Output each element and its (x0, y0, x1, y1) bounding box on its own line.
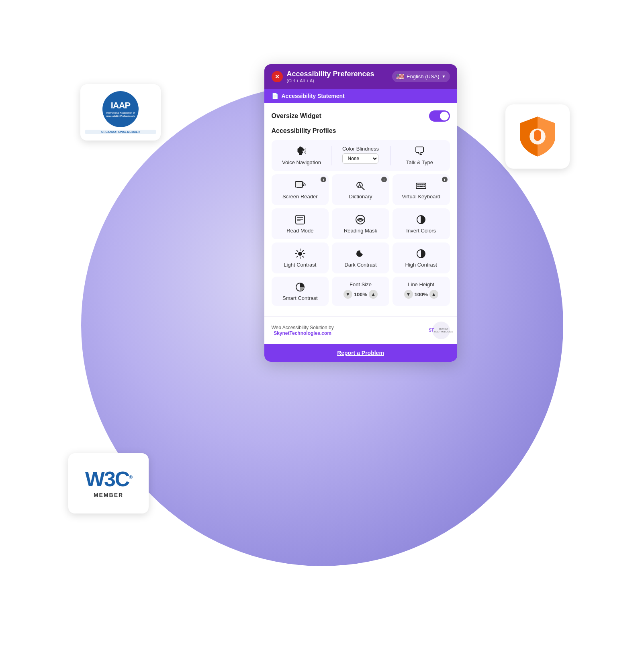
font-size-decrease-btn[interactable]: ▼ (343, 290, 352, 299)
close-button[interactable]: ✕ (272, 71, 283, 82)
color-blindness-select[interactable]: None Protanopia Deuteranopia Tritanopia (342, 153, 378, 164)
shield-icon (515, 114, 560, 159)
w3c-logo: W3C® (85, 469, 132, 489)
widget-shortcut: (Ctrl + Alt + A) (287, 78, 374, 83)
screen-reader-icon (294, 180, 306, 191)
voice-navigation-label: Voice Navigation (282, 159, 321, 165)
statement-label: Accessibility Statement (282, 93, 345, 99)
virtual-keyboard-label: Virtual Keyboard (402, 194, 440, 200)
smart-contrast-label: Smart Contrast (282, 295, 317, 301)
svg-line-29 (296, 251, 298, 252)
svg-line-31 (303, 251, 304, 252)
svg-line-30 (303, 256, 304, 257)
flag-icon: 🇺🇸 (396, 73, 404, 80)
color-blindness-wrap: Color Blindness None Protanopia Deuteran… (342, 146, 379, 164)
talk-and-type-icon: 🗨 (414, 146, 425, 157)
dark-contrast-icon (355, 248, 366, 259)
line-height-increase-btn[interactable]: ▲ (429, 290, 438, 299)
screen-reader-item[interactable]: i Screen Reader (272, 174, 329, 205)
reading-mask-label: Reading Mask (344, 228, 377, 234)
dictionary-item[interactable]: i A Dictionary (332, 174, 389, 205)
svg-line-7 (362, 187, 364, 190)
read-mode-label: Read Mode (286, 228, 313, 234)
dictionary-icon: A (355, 180, 366, 191)
font-size-item: Font Size ▼ 100% ▲ (332, 277, 389, 306)
svg-line-32 (296, 256, 298, 257)
voice-navigation-icon: 🗣 (296, 146, 307, 157)
iaap-org-label: ORGANIZATIONAL MEMBER (85, 130, 156, 134)
dark-contrast-label: Dark Contrast (344, 262, 376, 268)
svg-rect-16 (423, 186, 425, 187)
dark-contrast-item[interactable]: Dark Contrast (332, 242, 389, 273)
top-feature-row: 🗣 Voice Navigation Color Blindness None … (272, 140, 450, 171)
color-blindness-label: Color Blindness (342, 146, 379, 152)
dictionary-label: Dictionary (349, 194, 372, 200)
invert-colors-item[interactable]: Invert Colors (393, 208, 450, 239)
header-title: Accessibility Preferences (Ctrl + Alt + … (287, 70, 374, 83)
reading-mask-icon (355, 214, 366, 225)
svg-rect-11 (419, 184, 421, 185)
voice-navigation-cell[interactable]: 🗣 Voice Navigation (276, 146, 328, 165)
footer-brand: SkynetTechnologies.com (272, 330, 334, 336)
report-problem-button[interactable]: Report a Problem (264, 344, 457, 362)
accessibility-statement-bar[interactable]: 📄 Accessibility Statement (264, 89, 457, 103)
widget-title: Accessibility Preferences (287, 70, 374, 78)
reading-mask-item[interactable]: Reading Mask (332, 208, 389, 239)
svg-text:A: A (358, 183, 361, 187)
svg-rect-17 (296, 215, 305, 224)
widget-body: Oversize Widget Accessibility Profiles 🗣… (264, 103, 457, 316)
dictionary-info-badge: i (381, 177, 387, 182)
oversize-toggle[interactable] (429, 110, 450, 122)
svg-rect-15 (419, 186, 423, 187)
light-contrast-icon (294, 248, 306, 259)
accessibility-profiles-label: Accessibility Profiles (272, 127, 450, 134)
svg-rect-2 (296, 182, 302, 186)
read-mode-icon (294, 214, 306, 225)
oversize-label: Oversize Widget (272, 112, 321, 120)
svg-rect-10 (417, 184, 419, 185)
footer-text: Web Accessibility Solution by SkynetTech… (272, 325, 334, 336)
svg-rect-12 (421, 184, 423, 185)
line-height-decrease-btn[interactable]: ▼ (404, 290, 413, 299)
light-contrast-item[interactable]: Light Contrast (272, 242, 329, 273)
chevron-down-icon: ▼ (442, 74, 446, 79)
svg-rect-13 (423, 184, 425, 185)
screen-reader-info-badge: i (321, 177, 326, 182)
footer-text-line1: Web Accessibility Solution by (272, 325, 334, 330)
font-size-controls: ▼ 100% ▲ (343, 290, 378, 299)
invert-colors-icon (415, 214, 427, 225)
line-height-label: Line Height (408, 281, 434, 287)
virtual-keyboard-icon (415, 180, 427, 191)
high-contrast-item[interactable]: High Contrast (393, 242, 450, 273)
statement-icon: 📄 (272, 93, 278, 99)
font-size-increase-btn[interactable]: ▲ (369, 290, 378, 299)
iaap-logo-text: IAAP (111, 100, 131, 111)
svg-rect-14 (417, 186, 419, 187)
read-mode-item[interactable]: Read Mode (272, 208, 329, 239)
iaap-badge: IAAP International Association of Access… (80, 84, 161, 141)
features-grid: i Screen Reader i (272, 174, 450, 273)
svg-point-5 (303, 185, 304, 186)
high-contrast-label: High Contrast (405, 262, 437, 268)
light-contrast-label: Light Contrast (284, 262, 316, 268)
widget-header: ✕ Accessibility Preferences (Ctrl + Alt … (264, 64, 457, 89)
screen-reader-label: Screen Reader (282, 194, 317, 200)
smart-contrast-item[interactable]: Smart Contrast (272, 277, 329, 306)
bottom-row: Smart Contrast Font Size ▼ 100% ▲ Line H… (272, 277, 450, 306)
high-contrast-icon (415, 248, 427, 259)
line-height-item: Line Height ▼ 100% ▲ (393, 277, 450, 306)
font-size-label: Font Size (350, 281, 372, 287)
color-blindness-cell: Color Blindness None Protanopia Deuteran… (331, 146, 390, 165)
skynet-shield-badge (505, 104, 570, 169)
virtual-keyboard-info-badge: i (442, 177, 448, 182)
w3c-member-label: MEMBER (94, 492, 123, 498)
page-wrapper: IAAP International Association of Access… (0, 0, 644, 650)
accessibility-widget: ✕ Accessibility Preferences (Ctrl + Alt … (264, 64, 457, 362)
header-left: ✕ Accessibility Preferences (Ctrl + Alt … (272, 70, 374, 83)
w3c-badge: W3C® MEMBER (68, 453, 149, 513)
svg-point-24 (298, 252, 302, 256)
iaap-circle: IAAP International Association of Access… (102, 91, 139, 127)
language-selector[interactable]: 🇺🇸 English (USA) ▼ (392, 71, 450, 82)
talk-and-type-cell[interactable]: 🗨 Talk & Type (394, 146, 446, 165)
virtual-keyboard-item[interactable]: i Virtual Keyboard (393, 174, 450, 205)
